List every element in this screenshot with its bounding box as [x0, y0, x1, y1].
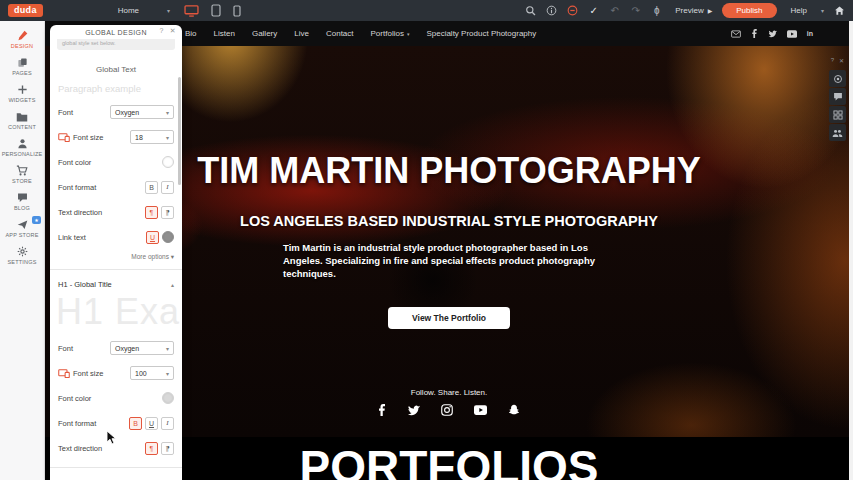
desktop-preview-button[interactable]: [184, 5, 199, 17]
panel-help-button[interactable]: ?: [159, 27, 163, 35]
font-select[interactable]: Oxygen ▾: [110, 105, 174, 119]
link-color-swatch[interactable]: [162, 231, 174, 243]
sidebar-item-content[interactable]: CONTENT: [0, 107, 44, 134]
sidebar-item-widgets[interactable]: WIDGETS: [0, 80, 44, 107]
h1-font-color-row: Font color: [58, 391, 174, 405]
italic-button[interactable]: I: [161, 181, 174, 194]
link-underline-button[interactable]: U: [146, 231, 159, 244]
chevron-down-icon: ▾: [166, 370, 169, 377]
sidebar-item-blog[interactable]: BLOG: [0, 188, 44, 215]
instagram-icon[interactable]: [441, 404, 453, 416]
lens-icon: [833, 74, 843, 84]
dashboard-home-button[interactable]: [834, 5, 845, 16]
feedback-button[interactable]: [562, 5, 583, 16]
snapchat-icon[interactable]: [508, 404, 520, 416]
collaboration-tool-button[interactable]: [829, 124, 846, 141]
site-nav-listen[interactable]: Listen: [214, 29, 235, 38]
sidebar-item-label: CONTENT: [8, 124, 36, 130]
preview-button[interactable]: Preview ▶: [675, 6, 712, 15]
h1-font-color-swatch[interactable]: [162, 392, 174, 404]
font-size-row: Font size 18 ▾: [58, 130, 174, 144]
linkedin-icon[interactable]: in: [807, 30, 813, 37]
view-portfolio-button[interactable]: View The Portfolio: [388, 307, 510, 329]
youtube-icon[interactable]: [787, 30, 797, 38]
comments-tool-button[interactable]: [829, 88, 846, 105]
sections-tool-button[interactable]: [829, 106, 846, 123]
h1-section-header[interactable]: H1 - Global Title ▴: [58, 280, 174, 289]
help-label: Help: [791, 6, 807, 15]
panel-close-button[interactable]: ✕: [170, 27, 176, 35]
site-nav-contact[interactable]: Contact: [326, 29, 354, 38]
sidebar-item-store[interactable]: STORE: [0, 161, 44, 188]
preview-label: Preview: [675, 6, 703, 15]
panel-title: GLOBAL DESIGN: [85, 29, 147, 36]
search-button[interactable]: [520, 5, 541, 16]
panel-scrollbar[interactable]: [178, 77, 181, 185]
site-nav-bio[interactable]: Bio: [185, 29, 197, 38]
h1-font-color-label: Font color: [58, 394, 91, 403]
duda-logo[interactable]: duda: [8, 4, 43, 17]
email-icon[interactable]: [731, 30, 741, 38]
site-nav-portfolios-label: Portfolios: [371, 29, 404, 38]
font-size-value: 18: [135, 134, 143, 141]
h1-example-preview: H1 Exa: [56, 291, 182, 337]
dev-mode-icon: ɸ: [654, 5, 660, 16]
h1-rtl-button[interactable]: ¶: [161, 442, 174, 455]
h1-underline-button[interactable]: U: [145, 417, 158, 430]
h1-font-select[interactable]: Oxygen ▾: [110, 341, 174, 355]
h1-ltr-button[interactable]: ¶: [145, 442, 158, 455]
h1-italic-button[interactable]: I: [161, 417, 174, 430]
youtube-icon[interactable]: [474, 405, 487, 415]
chevron-up-icon: ▴: [171, 281, 174, 288]
sidebar-item-pages[interactable]: PAGES: [0, 53, 44, 80]
sidebar-item-label: WIDGETS: [8, 97, 35, 103]
twitter-icon[interactable]: [768, 30, 777, 38]
page-selector[interactable]: Home ▾: [118, 6, 170, 15]
site-nav-specialty[interactable]: Specialty Product Photography: [426, 29, 536, 38]
screenshot-tool-button[interactable]: [829, 70, 846, 87]
sidebar-item-app-store[interactable]: ★ APP STORE: [0, 215, 44, 242]
chevron-down-icon: ▾: [407, 31, 410, 37]
font-size-label: Font size: [73, 133, 103, 142]
sidebar-item-label: PAGES: [12, 70, 32, 76]
person-icon: [17, 138, 28, 149]
help-icon[interactable]: ?: [831, 57, 834, 64]
info-icon: [546, 5, 557, 16]
desktop-icon: [184, 5, 199, 17]
ltr-button[interactable]: ¶: [145, 206, 158, 219]
undo-button[interactable]: ↶: [604, 5, 625, 16]
panel-divider: [50, 269, 182, 270]
font-size-select[interactable]: 18 ▾: [130, 130, 174, 144]
tablet-preview-button[interactable]: [211, 4, 221, 17]
h1-font-label: Font: [58, 344, 73, 353]
h1-bold-button[interactable]: B: [129, 417, 142, 430]
redo-button[interactable]: ↷: [625, 5, 646, 16]
font-color-swatch[interactable]: [162, 156, 174, 168]
rtl-button[interactable]: ¶: [161, 206, 174, 219]
site-nav-gallery[interactable]: Gallery: [252, 29, 277, 38]
save-confirm-button[interactable]: ✓: [583, 5, 604, 16]
site-nav-live[interactable]: Live: [294, 29, 309, 38]
help-menu[interactable]: Help ▾: [791, 6, 824, 15]
preview-scrollbar[interactable]: [849, 21, 853, 480]
sidebar-item-personalize[interactable]: PERSONALIZE: [0, 134, 44, 161]
cart-icon: [16, 165, 28, 176]
sidebar-item-design[interactable]: DESIGN: [0, 26, 44, 53]
h1-font-size-select[interactable]: 100 ▾: [130, 366, 174, 380]
info-button[interactable]: [541, 5, 562, 16]
h1-font-format-label: Font format: [58, 419, 96, 428]
close-icon[interactable]: ✕: [839, 57, 844, 64]
bold-button[interactable]: B: [145, 181, 158, 194]
twitter-icon[interactable]: [407, 405, 420, 416]
hero-paragraph[interactable]: Tim Martin is an industrial style produc…: [283, 242, 615, 280]
site-nav-portfolios[interactable]: Portfolios ▾: [371, 29, 410, 38]
play-icon: ▶: [708, 7, 713, 14]
mobile-preview-button[interactable]: [233, 5, 241, 17]
dev-mode-button[interactable]: ɸ: [646, 5, 667, 16]
app-store-icon: [17, 219, 28, 230]
publish-button[interactable]: Publish: [722, 3, 776, 18]
more-options-link[interactable]: More options ▾: [58, 253, 174, 261]
sidebar-item-settings[interactable]: SETTINGS: [0, 242, 44, 269]
facebook-icon[interactable]: [751, 29, 758, 38]
facebook-icon[interactable]: [378, 404, 386, 416]
